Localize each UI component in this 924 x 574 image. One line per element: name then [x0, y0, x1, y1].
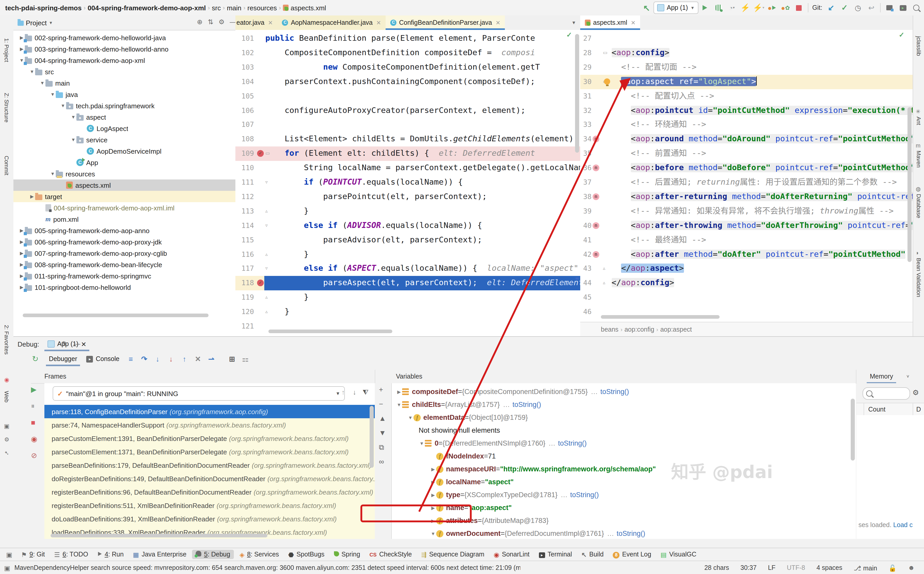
tree-item-service[interactable]: ▼service	[13, 134, 236, 145]
git-update-button[interactable]: ↙	[824, 2, 838, 13]
frame-row[interactable]: doLoadBeanDefinitions:391, XmlBeanDefini…	[44, 512, 375, 525]
evaluate-expression-icon[interactable]: ⊞	[226, 353, 238, 365]
variable-row[interactable]: ▶compositeDef = {CompositeComponentDefin…	[396, 385, 629, 398]
profiler-run-icon[interactable]: ●	[765, 2, 779, 13]
chevron-collapsed-icon[interactable]: ▶	[430, 492, 436, 497]
tree-item-003-spring-framework-demo-helloworld-anno[interactable]: ▶003-spring-framework-demo-helloworld-an…	[13, 43, 236, 55]
breadcrumb-item[interactable]: aspects.xml	[291, 4, 326, 12]
memory-gear-icon[interactable]: ⚙	[912, 388, 919, 397]
xml-editor[interactable]: 2728▭ <aop:config>29 <!-- 配置切面 -->30▭ <a…	[580, 30, 913, 322]
status-item-5[interactable]: ⎇main	[854, 564, 877, 572]
tool-button-maven[interactable]: Maven	[916, 151, 922, 168]
java-editor[interactable]: 101▭public BeanDefinition parse(Element …	[236, 30, 580, 336]
chevron-expanded-icon[interactable]: ▼	[70, 137, 76, 142]
tostring-link[interactable]: toString()	[558, 439, 587, 447]
editor-tab-aspects-xml[interactable]: aspects.xml✕	[580, 16, 640, 30]
variable-row[interactable]: Not showing null elements	[419, 424, 500, 437]
chevron-expanded-icon[interactable]: ▼	[430, 531, 436, 536]
frame-row[interactable]: parseCustomElement:1371, BeanDefinitionP…	[44, 445, 375, 459]
tree-item-002-spring-framework-demo-helloworld-java[interactable]: ▶002-spring-framework-demo-helloworld-ja…	[13, 32, 236, 43]
chevron-expanded-icon[interactable]: ▼	[49, 92, 56, 97]
tool-button-ant[interactable]: Ant	[916, 117, 922, 125]
toolbar-button-build[interactable]: ↖Build	[578, 549, 607, 559]
duplicate-icon[interactable]: ⧉	[379, 443, 384, 452]
frame-row[interactable]: parse:74, NamespaceHandlerSupport (org.s…	[44, 418, 375, 432]
load-classes-link[interactable]: Load c	[893, 521, 913, 528]
chevron-collapsed-icon[interactable]: ▶	[430, 518, 436, 523]
profile-arrow-icon[interactable]: ↖	[640, 2, 653, 13]
tree-item-resources[interactable]: ▼resources	[13, 168, 236, 180]
tree-hscrollbar[interactable]	[23, 314, 209, 317]
toolbar-button-terminal[interactable]: ▸Terminal	[535, 550, 576, 559]
run-button[interactable]	[698, 2, 712, 13]
add-watch-icon[interactable]: +	[379, 385, 383, 394]
xml-breadcrumb-item[interactable]: beans	[601, 326, 619, 333]
frame-row[interactable]: registerBeanDefinitions:511, XmlBeanDefi…	[44, 499, 375, 512]
variable-row[interactable]: ▶ftype = {XSComplexTypeDecl@1781}…toStri…	[430, 488, 599, 501]
variable-row[interactable]: ▼0 = {DeferredElementNSImpl@1760}…toStri…	[419, 437, 587, 450]
project-panel-header[interactable]: Project ▼ ⊕ ⇅ ⚙ —	[13, 16, 239, 30]
close-icon[interactable]: ✕	[268, 19, 272, 26]
variables-vscrollbar[interactable]	[851, 399, 855, 460]
project-structure-icon[interactable]	[883, 2, 896, 13]
tree-item-main[interactable]: ▼main	[13, 77, 236, 89]
tree-item-004-spring-framework-demo-aop-xml[interactable]: ▼004-spring-framework-demo-aop-xml	[13, 55, 236, 66]
toolbar-button-debug[interactable]: 5: Debug	[192, 550, 234, 559]
profiler-debug-icon[interactable]: ●✿	[779, 2, 792, 13]
tool-button-jclasslib[interactable]: jclasslib	[916, 36, 922, 56]
remove-watch-icon[interactable]: −	[379, 400, 383, 408]
debug-hide-icon[interactable]: —	[74, 340, 80, 348]
advice-method-icon[interactable]: m	[593, 222, 599, 229]
gear-icon[interactable]: ⚙	[0, 436, 13, 443]
advice-method-icon[interactable]: m	[593, 136, 599, 143]
toolbar-button-spring[interactable]: Spring	[330, 550, 364, 559]
pin-icon[interactable]: ➴	[0, 450, 13, 456]
chevron-expanded-icon[interactable]: ▼	[60, 103, 66, 108]
xml-breadcrumb[interactable]: beans›aop:config›aop:aspect	[580, 322, 924, 337]
frames-hscrollbar[interactable]	[51, 534, 267, 538]
breadcrumb-item[interactable]: main	[227, 4, 241, 12]
lock-icon[interactable]: 🔓	[888, 564, 896, 572]
sidebar-tool-button[interactable]: Z: Structure	[0, 93, 13, 123]
frames-vscrollbar[interactable]	[370, 406, 374, 468]
chevron-expanded-icon[interactable]: ▼	[29, 69, 35, 74]
variable-row[interactable]: ▶flocalName = "aspect"	[430, 476, 514, 488]
debug-layout-icon[interactable]: ⚏	[239, 353, 252, 365]
column-count[interactable]: Count	[864, 403, 913, 416]
camera-icon[interactable]: ▣	[0, 423, 13, 430]
chevron-expanded-icon[interactable]: ▼	[407, 415, 413, 420]
chevron-collapsed-icon[interactable]: ▶	[396, 389, 402, 394]
status-item-3[interactable]: UTF-8	[787, 564, 805, 571]
breadcrumb[interactable]: tech-pdai-spring-demos›004-spring-framew…	[5, 0, 326, 16]
tree-item-target[interactable]: ▶target	[13, 191, 236, 202]
chevron-expanded-icon[interactable]: ▼	[39, 80, 46, 86]
tabs-more-icon[interactable]: ▼	[567, 20, 580, 25]
tree-item-004-spring-framework-demo-aop-xml-iml[interactable]: 004-spring-framework-demo-aop-xml.iml	[13, 202, 236, 213]
chevron-collapsed-icon[interactable]: ▶	[430, 505, 436, 510]
sidebar-tool-button[interactable]: 1: Project	[0, 38, 13, 62]
editor-tab-eator-java[interactable]: eator.java✕	[236, 16, 277, 30]
frame-row[interactable]: parseBeanDefinitions:179, DefaultBeanDef…	[44, 459, 375, 472]
rollback-icon[interactable]: ↩	[865, 2, 878, 13]
toolbar-button-services[interactable]: ◈8: Services	[236, 549, 283, 559]
tree-item-app[interactable]: CApp	[13, 157, 236, 168]
frame-down-icon[interactable]: ↓	[353, 388, 356, 396]
variable-row[interactable]: ffNodeIndex = 71	[430, 450, 496, 463]
frame-row[interactable]: parseCustomElement:1391, BeanDefinitionP…	[44, 432, 375, 445]
tree-item-aspect[interactable]: ▼aspect	[13, 111, 236, 123]
resume-icon[interactable]: ▶	[31, 385, 36, 394]
breadcrumb-item[interactable]: resources	[247, 4, 277, 12]
tool-button-bean-validation[interactable]: Bean Validation	[916, 258, 922, 297]
tree-item-aopdemoserviceimpl[interactable]: CAopDemoServiceImpl	[13, 145, 236, 157]
stop-button[interactable]	[792, 2, 805, 13]
variable-row[interactable]: ▼fownerDocument = {DeferredDocumentImpl@…	[430, 527, 645, 539]
drop-frame-icon[interactable]: ✕	[192, 353, 204, 365]
variable-row[interactable]: ▶fnamespaceURI = "http://www.springframe…	[430, 463, 656, 476]
tostring-link[interactable]: toString()	[570, 491, 599, 499]
toolbar-button-todo[interactable]: ☰6: TODO	[51, 549, 92, 559]
variable-row[interactable]: ▼felementData = {Object[10]@1759}	[407, 411, 528, 424]
xml-breadcrumb-item[interactable]: aop:config	[624, 326, 654, 333]
chevron-collapsed-icon[interactable]: ▶	[430, 479, 436, 484]
tree-item-tech-pdai-springframework[interactable]: ▼tech.pdai.springframework	[13, 100, 236, 111]
history-icon[interactable]: ◷	[851, 2, 865, 13]
